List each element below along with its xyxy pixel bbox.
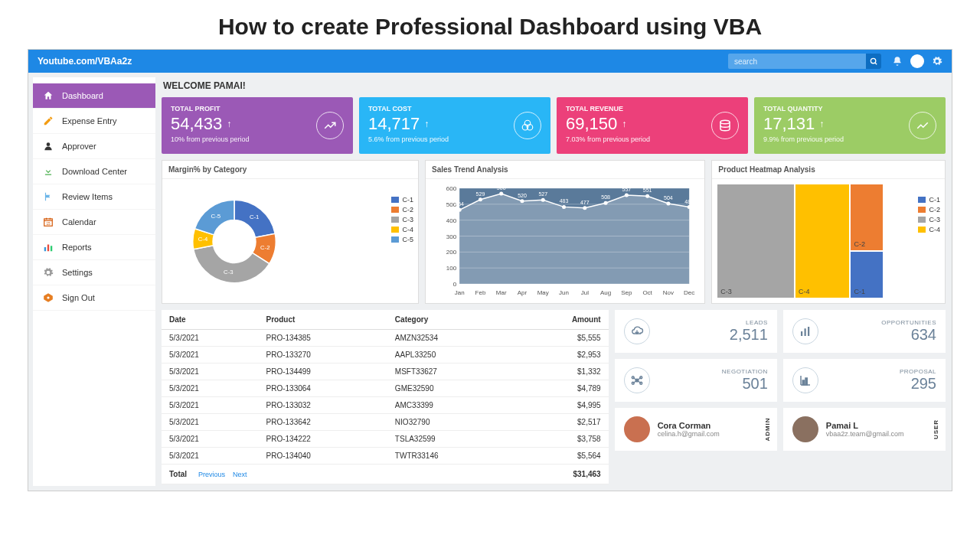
svg-text:Jan: Jan — [455, 289, 465, 296]
margin-chart-card: Margin% by Category C-1C-2C-3C-4C-5 C-1C… — [162, 160, 419, 304]
sidebar-item-label: Dashboard — [62, 91, 103, 100]
sidebar-item-label: Approver — [62, 142, 96, 151]
nodes-icon — [624, 367, 650, 393]
svg-text:300: 300 — [446, 233, 457, 240]
stat-label: OPPORTUNITIES — [818, 319, 936, 326]
table-row[interactable]: 5/3/2021PRO-133064GME32590$4,789 — [162, 380, 609, 397]
margin-donut-chart: C-1C-2C-3C-4C-5 — [165, 182, 303, 301]
kpi-icon — [711, 112, 739, 139]
user-icon — [42, 140, 54, 152]
user-role: ADMIN — [764, 417, 771, 441]
kpi-total-revenue: TOTAL REVENUE69,150 ↑7.03% from previous… — [557, 97, 748, 154]
sidebar-item-download-center[interactable]: Download Center — [33, 159, 155, 184]
svg-text:C-2: C-2 — [260, 244, 270, 251]
avatar — [624, 416, 650, 442]
sidebar-item-reports[interactable]: Reports — [33, 235, 155, 260]
svg-text:477: 477 — [580, 200, 590, 205]
home-icon — [42, 90, 54, 102]
welcome-text: WELCOME PAMAI! — [162, 77, 946, 97]
svg-text:Apr: Apr — [518, 289, 528, 296]
sidebar-item-label: Expense Entry — [62, 116, 117, 126]
svg-text:C-3: C-3 — [224, 269, 234, 276]
search-input[interactable] — [728, 57, 866, 66]
kpi-icon — [909, 112, 936, 139]
sidebar-item-settings[interactable]: Settings — [33, 260, 155, 285]
svg-text:C-5: C-5 — [211, 213, 221, 220]
table-row[interactable]: 5/3/2021PRO-134222TSLA32599$3,758 — [162, 431, 609, 448]
svg-text:Dec: Dec — [684, 289, 694, 296]
table-row[interactable]: 5/3/2021PRO-133642NIO32790$2,517 — [162, 414, 609, 431]
user-email: vbaa2z.team@gmail.com — [826, 430, 904, 438]
kpi-total-quantity: TOTAL QUANTITY17,131 ↑9.9% from previous… — [754, 97, 946, 154]
svg-rect-88 — [805, 378, 807, 385]
search-button[interactable] — [866, 54, 881, 69]
right-column: LEADS2,511OPPORTUNITIES634NEGOTIATION501… — [615, 310, 946, 484]
svg-text:Nov: Nov — [663, 289, 674, 296]
svg-point-2 — [47, 142, 51, 146]
user-name: Cora Corman — [658, 421, 720, 430]
data-table: DateProductCategoryAmount 5/3/2021PRO-13… — [162, 310, 609, 484]
kpi-icon — [514, 112, 541, 139]
avatar — [792, 416, 818, 442]
brand: Youtube.com/VBAa2z — [38, 56, 132, 67]
svg-text:0: 0 — [453, 281, 457, 288]
user-name: Pamai L — [826, 421, 904, 430]
sales-chart-title: Sales Trend Analysis — [426, 161, 704, 179]
page-title: How to create Professional Dashboard usi… — [0, 0, 980, 49]
table-header: Category — [387, 310, 514, 330]
table-row[interactable]: 5/3/2021PRO-133270AAPL33250$2,953 — [162, 347, 609, 364]
stat-opportunities[interactable]: OPPORTUNITIES634 — [783, 310, 946, 353]
stat-proposal[interactable]: PROPOSAL295 — [783, 359, 946, 402]
sidebar-item-expense-entry[interactable]: Expense Entry — [33, 109, 155, 134]
sidebar-item-label: Review Items — [62, 192, 113, 201]
table-row[interactable]: 5/3/2021PRO-134499MSFT33627$1,332 — [162, 364, 609, 380]
data-table-card: DateProductCategoryAmount 5/3/2021PRO-13… — [162, 310, 609, 484]
svg-text:C-4: C-4 — [198, 236, 208, 243]
kpi-row: TOTAL PROFIT54,433 ↑10% from previous pe… — [162, 97, 946, 154]
topbar: Youtube.com/VBAa2z — [28, 50, 952, 73]
sidebar-item-approver[interactable]: Approver — [33, 134, 155, 159]
table-row[interactable]: 5/3/2021PRO-134040TWTR33146$5,564 — [162, 448, 609, 465]
stat-negotiation[interactable]: NEGOTIATION501 — [615, 359, 777, 402]
user-card[interactable]: Cora Cormancelina.h@gmail.comADMIN — [615, 408, 777, 451]
sidebar-item-calendar[interactable]: 15Calendar — [33, 210, 155, 235]
sidebar-item-sign-out[interactable]: Sign Out — [33, 285, 155, 311]
legend-item: C-4 — [918, 226, 940, 233]
total-value: $31,463 — [514, 465, 609, 484]
table-row[interactable]: 5/3/2021PRO-133032AMC33399$4,995 — [162, 397, 609, 414]
total-label: Total — [169, 470, 187, 478]
svg-text:Aug: Aug — [600, 289, 611, 296]
svg-text:529: 529 — [476, 191, 485, 197]
svg-rect-87 — [802, 380, 804, 385]
user-avatar-icon[interactable] — [910, 54, 924, 68]
gear-icon[interactable] — [932, 56, 942, 67]
search-icon — [870, 57, 878, 66]
sidebar-item-dashboard[interactable]: Dashboard — [33, 83, 155, 109]
pager-previous[interactable]: Previous — [198, 471, 225, 478]
stat-value: 295 — [818, 375, 936, 393]
stat-value: 501 — [650, 375, 768, 393]
table-header: Product — [259, 310, 387, 330]
table-row[interactable]: 5/3/2021PRO-134385AMZN32534$5,555 — [162, 330, 609, 347]
user-card[interactable]: Pamai Lvbaa2z.team@gmail.comUSER — [783, 408, 946, 451]
search-box — [728, 54, 881, 69]
gear-icon — [42, 266, 54, 279]
kpi-total-profit: TOTAL PROFIT54,433 ↑10% from previous pe… — [162, 97, 353, 154]
svg-text:527: 527 — [538, 191, 547, 197]
svg-text:15: 15 — [46, 222, 51, 226]
pencil-icon — [42, 115, 54, 127]
sidebar-item-label: Calendar — [62, 217, 96, 227]
svg-text:May: May — [537, 289, 549, 296]
sales-chart-card: Sales Trend Analysis 0100200300400500600… — [425, 160, 705, 304]
sidebar-item-review-items[interactable]: Review Items — [33, 184, 155, 210]
sidebar-item-label: Settings — [62, 268, 93, 277]
stat-leads[interactable]: LEADS2,511 — [615, 310, 777, 353]
svg-rect-75 — [808, 327, 809, 336]
legend-item: C-5 — [391, 236, 413, 243]
bell-icon[interactable] — [892, 56, 903, 67]
pager-next[interactable]: Next — [233, 471, 247, 478]
svg-text:Sep: Sep — [621, 289, 632, 296]
svg-text:551: 551 — [643, 187, 652, 193]
heatmap-chart-title: Product Heatmap Analysis — [712, 161, 945, 179]
legend-item: C-2 — [391, 206, 413, 214]
